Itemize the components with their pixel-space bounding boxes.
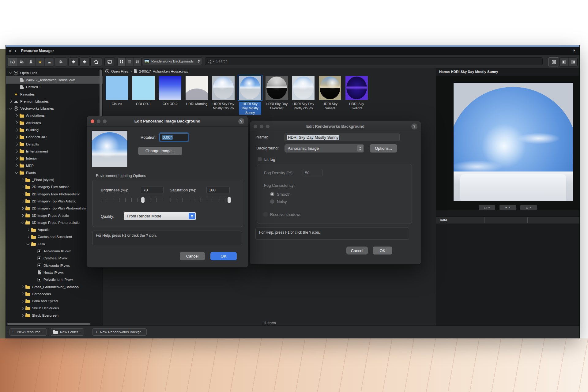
chevron-right-icon[interactable] bbox=[14, 164, 19, 167]
cancel-button[interactable]: Cancel bbox=[346, 247, 368, 254]
chevron-right-icon[interactable] bbox=[20, 300, 24, 302]
chevron-right-icon[interactable] bbox=[8, 100, 13, 102]
data-tab-label[interactable]: Data bbox=[440, 218, 447, 222]
sphere-icon: ● bbox=[505, 206, 507, 209]
smooth-radio[interactable] bbox=[270, 192, 274, 196]
saturation-slider-thumb[interactable] bbox=[228, 197, 231, 203]
chevron-right-icon[interactable] bbox=[14, 136, 19, 138]
settings-menu-button[interactable] bbox=[55, 57, 67, 66]
preview-teapot-button[interactable]: ♨ bbox=[520, 205, 537, 210]
search-field[interactable]: Search bbox=[205, 57, 543, 65]
breadcrumb-file[interactable]: 240517_Asharoken House.vwx bbox=[139, 70, 188, 73]
thumbnail-image[interactable] bbox=[345, 76, 368, 100]
new-folder-button[interactable]: New Folder... bbox=[50, 328, 84, 336]
quality-dropdown[interactable]: From Render Mode bbox=[124, 212, 196, 220]
sidebar-item[interactable]: Shrub Deciduous bbox=[6, 305, 103, 312]
chevron-right-icon[interactable] bbox=[20, 200, 24, 202]
sidebar-item[interactable]: VOpen Files bbox=[6, 69, 103, 76]
rotation-field[interactable]: 0.00° bbox=[160, 133, 188, 141]
chevron-right-icon[interactable] bbox=[20, 179, 24, 181]
name-field[interactable]: HDRI Sky Day Mostly Sunny bbox=[285, 134, 400, 141]
user-libraries-icon[interactable] bbox=[26, 58, 36, 66]
window-help-icon[interactable]: ? bbox=[573, 49, 575, 53]
saturation-field[interactable]: 100 bbox=[206, 186, 230, 194]
panel-right-icon[interactable] bbox=[569, 58, 577, 66]
cloud-libraries-icon[interactable]: ☁ bbox=[45, 58, 54, 66]
brightness-slider[interactable] bbox=[101, 197, 162, 203]
preview-panel-toggle[interactable] bbox=[104, 57, 115, 66]
chevron-down-icon[interactable] bbox=[8, 72, 13, 74]
grid-view-icon[interactable] bbox=[118, 58, 126, 66]
chevron-right-icon[interactable] bbox=[14, 150, 19, 152]
chevron-right-icon[interactable] bbox=[26, 229, 30, 231]
breadcrumb-root[interactable]: Open Files bbox=[111, 70, 128, 73]
chevron-right-icon[interactable] bbox=[14, 129, 19, 131]
noisy-radio[interactable] bbox=[270, 199, 274, 204]
chevron-right-icon[interactable] bbox=[20, 186, 24, 188]
sidebar-item[interactable]: Hosta IP.vwx bbox=[6, 269, 103, 276]
home-button[interactable] bbox=[90, 57, 102, 66]
shared-libraries-icon[interactable] bbox=[17, 58, 26, 66]
chevron-right-icon[interactable] bbox=[20, 307, 24, 309]
chevron-right-icon[interactable] bbox=[14, 122, 19, 124]
sidebar-item[interactable]: Grass_Groundcover_Bamboo bbox=[6, 283, 103, 290]
sidebar-item[interactable]: ☁Premium Libraries bbox=[6, 98, 103, 105]
sidebar-item[interactable]: Shrub Evergreen bbox=[6, 312, 103, 319]
ok-button[interactable]: OK bbox=[210, 252, 237, 260]
brightness-slider-thumb[interactable] bbox=[141, 197, 145, 203]
chevron-right-icon[interactable] bbox=[20, 314, 24, 316]
help-text: For Help, press F1 or click the ? icon. bbox=[259, 230, 320, 235]
brightness-field[interactable]: 70 bbox=[141, 186, 164, 194]
chevron-right-icon[interactable] bbox=[14, 115, 19, 117]
detail-view-icon[interactable] bbox=[134, 58, 141, 66]
chevron-right-icon[interactable] bbox=[20, 293, 24, 295]
forward-button[interactable] bbox=[79, 57, 90, 66]
preview-sphere-button[interactable]: ● bbox=[499, 205, 516, 210]
chevron-down-icon[interactable] bbox=[20, 222, 24, 223]
ok-button[interactable]: OK bbox=[373, 247, 392, 254]
chevron-right-icon[interactable] bbox=[14, 157, 19, 160]
receive-shadows-checkbox[interactable] bbox=[263, 212, 268, 217]
chevron-right-icon[interactable] bbox=[26, 236, 30, 238]
sidebar-item[interactable]: Herbaceous bbox=[6, 290, 103, 297]
chevron-glyph bbox=[21, 285, 24, 288]
background-type-dropdown[interactable]: Panoramic Image bbox=[285, 144, 364, 153]
sidebar-horizontal-scrollbar[interactable] bbox=[7, 323, 90, 325]
collection-dropdown[interactable]: Renderworks Backgrounds bbox=[142, 57, 202, 65]
resource-thumbnail[interactable]: HDRI Sky Twilight bbox=[345, 76, 368, 115]
close-icon[interactable]: × bbox=[9, 49, 11, 53]
sidebar-item[interactable]: 240517_Asharoken House.vwx bbox=[6, 76, 103, 83]
cloud-icon: ☁ bbox=[13, 99, 19, 103]
sidebar-item[interactable]: Untitled 1 bbox=[6, 84, 103, 91]
sidebar-item[interactable]: ★Favorites bbox=[6, 91, 103, 98]
back-button[interactable] bbox=[68, 57, 79, 66]
add-tab-icon[interactable]: + bbox=[14, 48, 17, 53]
sidebar-item[interactable]: Polystichum IP.vwx bbox=[6, 276, 103, 283]
change-image-button[interactable]: Change Image... bbox=[138, 147, 182, 155]
chevron-right-icon[interactable] bbox=[14, 143, 19, 145]
panel-left-icon[interactable] bbox=[560, 58, 569, 66]
list-view-icon[interactable] bbox=[126, 58, 134, 66]
chevron-down-icon[interactable] bbox=[8, 108, 13, 109]
help-icon[interactable]: ? bbox=[411, 123, 417, 130]
chevron-right-icon[interactable] bbox=[20, 207, 24, 209]
chevron-down-icon[interactable] bbox=[26, 243, 30, 245]
favorites-icon[interactable]: ★ bbox=[36, 58, 45, 66]
saturation-slider[interactable] bbox=[171, 197, 231, 203]
sidebar-item[interactable]: VVectorworks Libraries bbox=[6, 105, 103, 112]
chevron-right-icon[interactable] bbox=[20, 214, 24, 217]
new-resource-button[interactable]: + New Resource... bbox=[9, 328, 47, 336]
chevron-down-icon[interactable] bbox=[14, 172, 19, 173]
cancel-button[interactable]: Cancel bbox=[180, 252, 205, 260]
new-renderworks-background-button[interactable]: + New Renderworks Backgr... bbox=[92, 328, 147, 336]
options-button[interactable]: Options... bbox=[370, 144, 397, 153]
sidebar-item[interactable]: Palm and Cycad bbox=[6, 298, 103, 305]
preview-cube-button[interactable]: ▢ bbox=[479, 205, 495, 210]
vectorworks-logo-icon[interactable]: V bbox=[8, 58, 17, 66]
chevron-right-icon[interactable] bbox=[20, 193, 24, 195]
chevron-glyph bbox=[15, 128, 18, 131]
lit-fog-checkbox[interactable] bbox=[258, 157, 262, 161]
rows-layout-button[interactable] bbox=[548, 57, 559, 66]
help-icon[interactable]: ? bbox=[238, 118, 244, 124]
chevron-right-icon[interactable] bbox=[20, 286, 24, 288]
